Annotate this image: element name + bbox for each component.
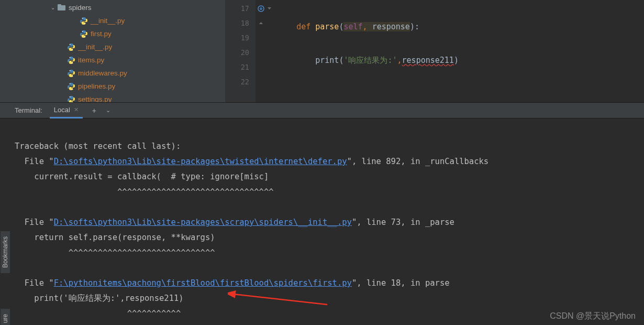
terminal-tab-local[interactable]: Local ✕: [50, 103, 83, 118]
tree-label: settings.py: [78, 95, 112, 102]
output-line: return self.parse(response, **kwargs): [15, 233, 215, 242]
tab-label: Local: [54, 106, 70, 114]
python-file-icon: [67, 69, 75, 78]
output-line: ^^^^^^^^^^^: [15, 309, 181, 318]
file-tree-sidebar[interactable]: ⌄ spiders __init__.py first.py __init__.…: [0, 0, 225, 102]
svg-point-7: [72, 49, 73, 50]
tree-folder-spiders[interactable]: ⌄ spiders: [0, 1, 225, 14]
svg-point-4: [82, 30, 83, 31]
chevron-down-icon: ⌄: [50, 5, 55, 10]
collapse-icon[interactable]: [266, 5, 273, 12]
python-file-icon: [67, 43, 75, 51]
tree-file-items[interactable]: items.py: [0, 53, 225, 67]
tree-file-settings[interactable]: settings.py: [0, 93, 225, 102]
tree-label: items.py: [78, 56, 104, 64]
file-link[interactable]: F:\pythonitems\pachong\firstBlood\firstB…: [54, 278, 352, 288]
code-area[interactable]: def parse(self, response): print('响应结果为:…: [277, 1, 459, 221]
terminal-title: Terminal:: [15, 106, 42, 114]
line-number: 19: [225, 30, 256, 45]
watermark: CSDN @景天说Python: [550, 311, 636, 322]
svg-point-8: [70, 57, 71, 58]
svg-point-6: [70, 44, 71, 45]
svg-point-14: [70, 96, 71, 97]
svg-point-2: [82, 17, 83, 18]
tree-file-init2[interactable]: __init__.py: [0, 40, 225, 53]
override-icon: [258, 5, 264, 12]
tree-file-init[interactable]: __init__.py: [0, 14, 225, 27]
tree-label: first.py: [91, 30, 112, 38]
close-icon[interactable]: ✕: [74, 106, 79, 113]
line-number: 22: [225, 74, 256, 89]
output-line: File ": [15, 157, 54, 166]
side-tab-bookmarks[interactable]: Bookmarks: [0, 231, 10, 274]
line-number-gutter: 17 18 19 20 21 22: [225, 0, 256, 102]
tree-label: __init__.py: [91, 17, 125, 25]
svg-point-9: [72, 62, 73, 63]
side-tab-structure[interactable]: ure: [0, 308, 10, 325]
output-line: ", line 18, in parse: [352, 278, 450, 288]
line-number: 18: [225, 16, 256, 30]
tree-label: pipelines.py: [78, 82, 115, 90]
svg-point-3: [85, 23, 86, 24]
code-editor[interactable]: 17 18 19 20 21 22 def parse(self, respon…: [225, 0, 644, 102]
tree-file-pipelines[interactable]: pipelines.py: [0, 80, 225, 93]
svg-point-5: [85, 36, 86, 37]
output-line: File ": [15, 278, 54, 288]
python-file-icon: [80, 30, 88, 38]
python-file-icon: [67, 56, 75, 64]
output-line: print('响应结果为:',response211): [15, 294, 184, 303]
add-terminal-icon[interactable]: +: [92, 106, 96, 115]
line-number: 21: [225, 60, 256, 74]
output-line: ^^^^^^^^^^^^^^^^^^^^^^^^^^^^^^: [15, 248, 215, 257]
python-file-icon: [67, 95, 75, 103]
tree-file-first[interactable]: first.py: [0, 27, 225, 40]
output-line: ^^^^^^^^^^^^^^^^^^^^^^^^^^^^^^^^: [15, 187, 274, 197]
output-line: File ": [15, 218, 54, 227]
svg-point-12: [70, 83, 71, 84]
output-line: Traceback (most recent call last):: [15, 142, 181, 151]
folder-icon: [58, 4, 66, 12]
svg-rect-0: [58, 5, 65, 10]
tree-label: __init__.py: [78, 43, 112, 51]
python-file-icon: [67, 82, 75, 91]
tree-label: middlewares.py: [78, 69, 127, 77]
python-file-icon: [80, 17, 88, 25]
tree-label: spiders: [69, 4, 92, 12]
line-number: 20: [225, 45, 256, 60]
svg-point-10: [70, 70, 71, 71]
output-line: current.result = callback( # type: ignor…: [15, 172, 269, 181]
line-number: 17: [225, 1, 256, 16]
tree-file-middlewares[interactable]: middlewares.py: [0, 67, 225, 80]
svg-rect-1: [58, 4, 61, 6]
chevron-down-icon[interactable]: ⌄: [106, 107, 110, 114]
svg-point-13: [72, 89, 73, 90]
svg-point-11: [72, 75, 73, 77]
gutter-marks: [256, 0, 276, 102]
collapse-end-icon[interactable]: [258, 20, 264, 27]
